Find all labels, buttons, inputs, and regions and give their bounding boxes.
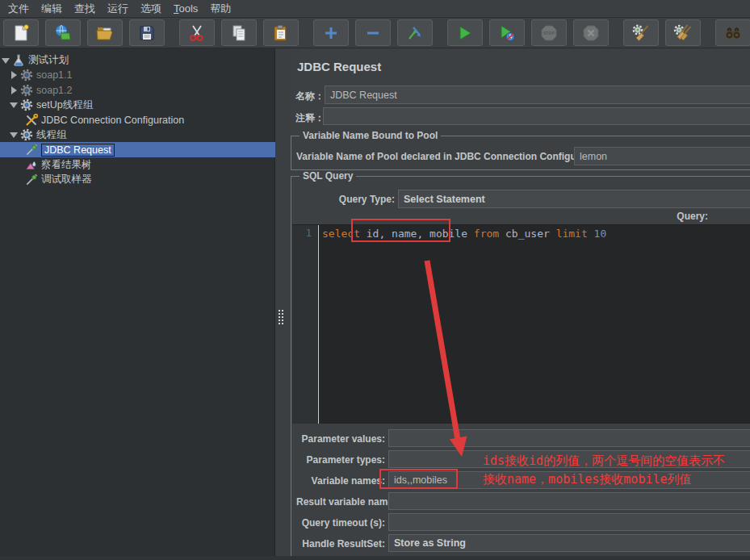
shutdown-x-icon: [581, 23, 601, 43]
annotation-rect-sql-columns: [351, 219, 450, 242]
query-label: Query:: [677, 211, 708, 222]
tree-item-setup-thread-group[interactable]: setUp线程组: [0, 98, 275, 113]
sql-keyword: from: [474, 228, 499, 240]
tree-item-debug-sampler[interactable]: 调试取样器: [0, 172, 275, 187]
paste-icon: [271, 23, 291, 43]
expand-arrow-icon[interactable]: [10, 71, 18, 79]
name-input[interactable]: JDBC Request: [325, 86, 750, 104]
comment-input[interactable]: [323, 107, 750, 125]
tree-item-soap12[interactable]: soap1.2: [0, 82, 275, 98]
thread-group-gear-icon: [20, 69, 33, 81]
binoculars-icon: [723, 23, 743, 43]
menu-options[interactable]: 选项: [139, 1, 163, 17]
splitter-grip-icon[interactable]: [278, 309, 284, 325]
window-bottom-edge: [0, 556, 750, 560]
page-title: JDBC Request: [297, 60, 381, 73]
pool-group-title: Variable Name Bound to Pool: [300, 130, 441, 141]
tree-item-jdbc-request[interactable]: JDBC Request: [0, 142, 275, 157]
stop-button[interactable]: STOP: [531, 19, 567, 46]
toolbar: STOP: [0, 18, 750, 48]
result-variable-name-input[interactable]: [388, 492, 750, 510]
sampler-dropper-icon: [25, 144, 38, 157]
tree-item-test-plan[interactable]: 测试计划: [0, 52, 275, 68]
copy-button[interactable]: [221, 19, 257, 46]
toggle-arrows-icon: [405, 23, 425, 43]
menu-edit[interactable]: 编辑: [40, 1, 64, 17]
result-variable-name-label: Result variable name:: [296, 496, 385, 508]
menu-bar: 文件 编辑 查找 运行 选项 Tools 帮助: [0, 0, 750, 18]
thread-group-gear-icon: [20, 84, 33, 97]
tree-item-soap11[interactable]: soap1.1: [0, 68, 275, 83]
cut-button[interactable]: [179, 19, 215, 46]
parameter-types-label: Parameter types:: [296, 454, 385, 466]
play-icon: [455, 23, 475, 43]
thread-group-gear-icon: [20, 98, 33, 111]
collapse-arrow-icon[interactable]: [2, 56, 10, 65]
tree-item-view-results-tree[interactable]: 察看结果树: [0, 157, 275, 173]
clear-button[interactable]: [623, 19, 659, 46]
parameter-values-input[interactable]: [388, 429, 750, 447]
toggle-button[interactable]: [397, 19, 433, 46]
clear-broom-icon: [631, 23, 651, 43]
collapse-arrow-icon[interactable]: [10, 131, 18, 139]
svg-text:STOP: STOP: [543, 30, 555, 35]
minus-icon: [363, 23, 383, 43]
sql-table: cb_user: [499, 228, 555, 240]
expand-arrow-icon[interactable]: [10, 86, 18, 94]
plus-icon: [321, 23, 341, 43]
save-button[interactable]: [129, 19, 165, 46]
pool-variable-input[interactable]: lemon: [574, 147, 750, 165]
paste-button[interactable]: [263, 19, 299, 46]
menu-search[interactable]: 查找: [73, 1, 97, 17]
open-button[interactable]: [87, 19, 123, 46]
cut-icon: [187, 23, 207, 43]
sql-group-title: SQL Query: [300, 170, 356, 182]
variable-names-label: Variable names:: [296, 475, 385, 487]
save-icon: [137, 23, 157, 43]
stop-icon: STOP: [539, 23, 559, 43]
name-label: 名称：: [295, 90, 325, 103]
query-type-label: Query Type:: [296, 194, 395, 205]
tree-item-thread-group[interactable]: 线程组: [0, 127, 275, 143]
test-plan-tree: 测试计划 soap1.1 soap1.2 setUp线程组 JDBC Conne…: [0, 48, 275, 560]
menu-tools[interactable]: Tools: [172, 2, 199, 15]
collapse-arrow-icon[interactable]: [10, 101, 18, 109]
play-no-timers-icon: [497, 23, 517, 43]
results-tree-icon: [25, 158, 38, 171]
jmeter-window: 文件 编辑 查找 运行 选项 Tools 帮助: [0, 0, 750, 560]
sampler-dropper-icon: [25, 173, 38, 186]
thread-group-gear-icon: [20, 128, 33, 141]
menu-run[interactable]: 运行: [106, 1, 130, 17]
sql-number: 10: [588, 228, 606, 240]
remove-button[interactable]: [355, 19, 391, 46]
query-type-select[interactable]: Select Statement: [398, 190, 750, 208]
clear-all-button[interactable]: [665, 19, 701, 46]
shutdown-button[interactable]: [573, 19, 609, 46]
query-timeout-label: Query timeout (s):: [296, 517, 385, 529]
config-wrench-icon: [25, 114, 38, 127]
test-plan-flask-icon: [12, 54, 25, 67]
start-no-timers-button[interactable]: [489, 19, 525, 46]
annotation-rect-variable-names: [379, 469, 458, 489]
open-folder-icon: [95, 23, 115, 43]
handle-resultset-label: Handle ResultSet:: [296, 538, 385, 550]
clear-all-brooms-icon: [673, 23, 693, 43]
start-button[interactable]: [447, 19, 483, 46]
handle-resultset-select[interactable]: Store as String: [388, 534, 750, 552]
tree-splitter[interactable]: [276, 48, 289, 560]
new-file-button[interactable]: [3, 19, 39, 46]
new-file-icon: [11, 23, 31, 43]
add-button[interactable]: [313, 19, 349, 46]
menu-file[interactable]: 文件: [6, 1, 31, 17]
line-number-gutter: 1: [292, 225, 318, 424]
sql-editor[interactable]: 1 select id, name, mobile from cb_user l…: [292, 224, 750, 424]
query-timeout-input[interactable]: [388, 513, 750, 531]
gutter-divider: [318, 225, 319, 424]
tree-item-jdbc-connection-configuration[interactable]: JDBC Connection Configuration: [0, 112, 275, 127]
templates-button[interactable]: [45, 19, 81, 46]
parameter-values-label: Parameter values:: [296, 433, 385, 445]
annotation-note: ids接收id的列值，两个逗号间的空值表示不 接收name，mobiles接收m…: [483, 452, 725, 489]
menu-help[interactable]: 帮助: [208, 1, 233, 17]
sql-keyword: limit: [556, 228, 588, 240]
search-button[interactable]: [715, 19, 750, 46]
